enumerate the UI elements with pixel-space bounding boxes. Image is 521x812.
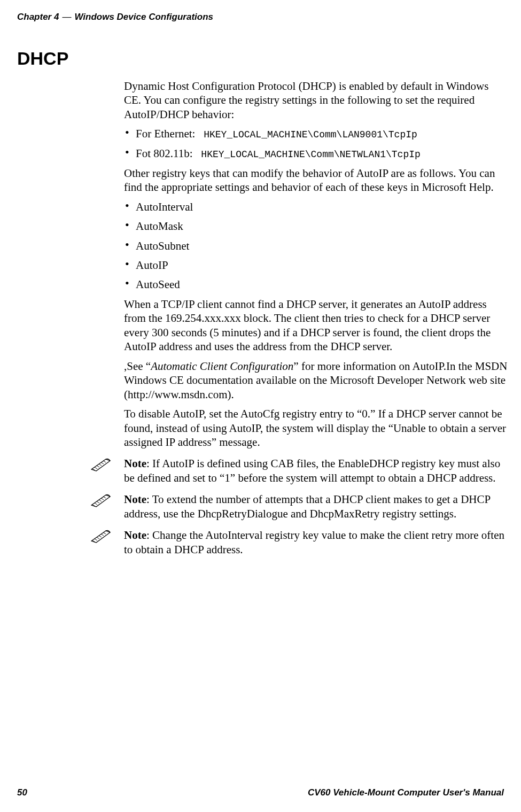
see-reference-title: Automatic Client Configuration xyxy=(151,360,293,373)
body-column: Dynamic Host Configuration Protocol (DHC… xyxy=(124,79,508,562)
disable-autoip-paragraph: To disable AutoIP, set the AutoCfg regis… xyxy=(124,407,508,449)
key-name: AutoSubnet xyxy=(136,239,189,252)
note-text: Note: To extend the number of attempts t… xyxy=(124,492,508,521)
list-item: AutoMask xyxy=(124,219,508,233)
see-prefix: ,See “ xyxy=(124,360,151,373)
registry-key-list: AutoInterval AutoMask AutoSubnet AutoIP … xyxy=(124,200,508,292)
autoip-paragraph: When a TCP/IP client cannot find a DHCP … xyxy=(124,297,508,354)
intro-paragraph: Dynamic Host Configuration Protocol (DHC… xyxy=(124,79,508,121)
key-name: AutoMask xyxy=(136,220,183,233)
list-item: AutoSeed xyxy=(124,277,508,291)
note-icon xyxy=(91,458,111,471)
registry-path: HKEY_LOCAL_MACHINE\Comm\LAN9001\TcpIp xyxy=(204,129,417,140)
note-icon xyxy=(91,529,111,543)
page-number: 50 xyxy=(17,787,27,798)
note-block: Note: Change the AutoInterval registry k… xyxy=(124,528,508,556)
chapter-prefix: Chapter 4 xyxy=(17,12,59,22)
chapter-title: Windows Device Configurations xyxy=(74,12,213,22)
page: Chapter 4—Windows Device Configurations … xyxy=(0,0,521,812)
running-header: Chapter 4—Windows Device Configurations xyxy=(17,12,213,22)
key-name: AutoSeed xyxy=(136,278,180,291)
manual-title: CV60 Vehicle-Mount Computer User's Manua… xyxy=(308,787,504,798)
note-text: Note: If AutoIP is defined using CAB fil… xyxy=(124,457,508,485)
see-reference-paragraph: ,See “Automatic Client Configuration” fo… xyxy=(124,359,508,401)
registry-path-list: For Ethernet: HKEY_LOCAL_MACHINE\Comm\LA… xyxy=(124,127,508,160)
list-item: Fot 802.11b: HKEY_LOCAL_MACHINE\Comm\NET… xyxy=(124,146,508,161)
note-block: Note: If AutoIP is defined using CAB fil… xyxy=(124,457,508,485)
key-name: AutoIP xyxy=(136,259,168,272)
note-label: Note xyxy=(124,529,146,542)
note-body: : To extend the number of attempts that … xyxy=(124,493,490,520)
note-label: Note xyxy=(124,457,146,470)
note-body: : If AutoIP is defined using CAB files, … xyxy=(124,457,500,484)
note-block: Note: To extend the number of attempts t… xyxy=(124,492,508,521)
list-item: AutoIP xyxy=(124,258,508,272)
other-keys-paragraph: Other registry keys that can modify the … xyxy=(124,166,508,195)
list-item: AutoInterval xyxy=(124,200,508,214)
note-label: Note xyxy=(124,493,146,506)
registry-path: HKEY_LOCAL_MACHINE\Comm\NETWLAN1\TcpIp xyxy=(201,149,420,160)
list-item: For Ethernet: HKEY_LOCAL_MACHINE\Comm\LA… xyxy=(124,127,508,141)
registry-label: For Ethernet: xyxy=(136,127,195,140)
note-body: : Change the AutoInterval registry key v… xyxy=(124,529,504,555)
header-dash: — xyxy=(59,12,74,22)
note-text: Note: Change the AutoInterval registry k… xyxy=(124,528,508,556)
key-name: AutoInterval xyxy=(136,200,193,213)
section-heading-dhcp: DHCP xyxy=(17,48,68,69)
registry-label: Fot 802.11b: xyxy=(136,147,193,160)
note-icon xyxy=(91,493,111,507)
list-item: AutoSubnet xyxy=(124,239,508,253)
